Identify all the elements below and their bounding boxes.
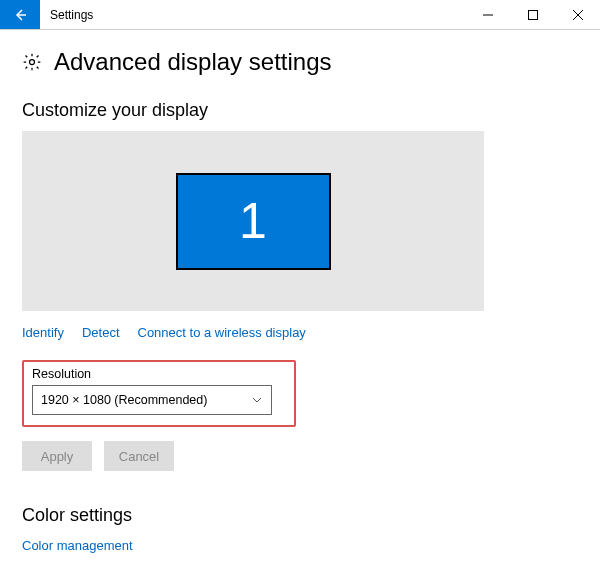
titlebar-spacer xyxy=(103,0,465,29)
apply-button[interactable]: Apply xyxy=(22,441,92,471)
detect-link[interactable]: Detect xyxy=(82,325,120,340)
color-management-link[interactable]: Color management xyxy=(22,538,578,553)
titlebar: Settings xyxy=(0,0,600,30)
monitor-tile[interactable]: 1 xyxy=(176,173,331,270)
display-action-links: Identify Detect Connect to a wireless di… xyxy=(22,325,578,340)
cancel-button[interactable]: Cancel xyxy=(104,441,174,471)
customize-heading: Customize your display xyxy=(22,100,578,121)
identify-link[interactable]: Identify xyxy=(22,325,64,340)
arrow-left-icon xyxy=(12,7,28,23)
resolution-label: Resolution xyxy=(32,367,286,381)
svg-point-1 xyxy=(30,60,35,65)
minimize-button[interactable] xyxy=(465,0,510,29)
page-header: Advanced display settings xyxy=(22,48,578,76)
close-icon xyxy=(573,10,583,20)
apply-button-row: Apply Cancel xyxy=(22,441,578,471)
maximize-icon xyxy=(528,10,538,20)
chevron-down-icon xyxy=(251,394,263,406)
gear-icon xyxy=(22,52,42,72)
back-button[interactable] xyxy=(0,0,40,29)
svg-rect-0 xyxy=(528,10,537,19)
resolution-dropdown[interactable]: 1920 × 1080 (Recommended) xyxy=(32,385,272,415)
maximize-button[interactable] xyxy=(510,0,555,29)
monitor-number: 1 xyxy=(239,192,267,250)
connect-wireless-link[interactable]: Connect to a wireless display xyxy=(138,325,306,340)
color-settings-heading: Color settings xyxy=(22,505,578,526)
resolution-highlight: Resolution 1920 × 1080 (Recommended) xyxy=(22,360,296,427)
window-title: Settings xyxy=(40,0,103,29)
content: Advanced display settings Customize your… xyxy=(0,30,600,561)
display-preview-area: 1 xyxy=(22,131,484,311)
page-title: Advanced display settings xyxy=(54,48,332,76)
close-button[interactable] xyxy=(555,0,600,29)
resolution-selected-value: 1920 × 1080 (Recommended) xyxy=(41,393,207,407)
minimize-icon xyxy=(483,10,493,20)
